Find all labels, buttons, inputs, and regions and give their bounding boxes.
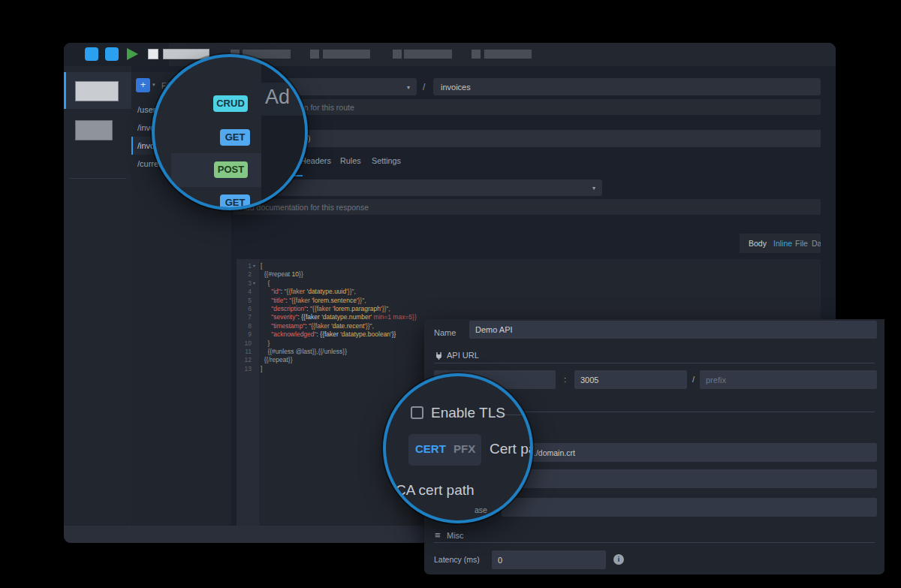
- code-line: 4 "id": "{{faker 'datatype.uuid'}}",: [237, 288, 821, 296]
- ca-cert-path-input[interactable]: [486, 469, 877, 488]
- environment-thumbnail-1[interactable]: [75, 81, 119, 101]
- chevron-down-icon: ▾: [592, 185, 595, 191]
- post-method-badge: POST: [214, 161, 248, 178]
- port-input[interactable]: [574, 370, 687, 389]
- prefix-input[interactable]: [700, 370, 877, 389]
- code-line: 2 {{#repeat 10}}: [237, 270, 821, 279]
- env-tab-placeholder-4[interactable]: [484, 50, 532, 59]
- route-doc-input[interactable]: [233, 99, 821, 115]
- env-tab-icon-4[interactable]: [472, 50, 481, 59]
- pfx-tab: PFX: [454, 442, 475, 455]
- environments-sidebar: [64, 66, 131, 526]
- path-slash-separator: /: [423, 82, 425, 92]
- body-label: Body: [749, 234, 767, 253]
- environment-name-input[interactable]: [469, 321, 877, 339]
- cert-type-toggle: CERT PFX: [408, 434, 481, 466]
- chevron-down-icon: ▾: [407, 83, 410, 90]
- body-source-toggle: Body Inline File Da: [740, 234, 821, 253]
- cert-path-input[interactable]: [528, 443, 877, 462]
- get-method-badge: GET: [220, 129, 250, 146]
- code-line: 6 "description": "{{faker 'lorem.paragra…: [237, 305, 821, 313]
- tab-rules[interactable]: Rules: [340, 156, 361, 165]
- env-tab-icon-3[interactable]: [393, 50, 402, 59]
- response-doc-input[interactable]: [233, 199, 821, 215]
- start-server-icon[interactable]: [127, 48, 138, 60]
- fold-icon[interactable]: ▾: [253, 262, 259, 270]
- misc-divider: [434, 542, 875, 543]
- active-env-tab-placeholder[interactable]: [163, 49, 209, 59]
- passphrase-label-fragment: ase: [475, 505, 487, 514]
- app-logo-icon-2: [105, 47, 119, 61]
- routes-magnifier-callout: Ad CRUD GET POST GET: [152, 54, 308, 210]
- app-logo-icon: [85, 47, 98, 61]
- active-env-tab-icon[interactable]: [148, 49, 158, 59]
- route-path-input[interactable]: [433, 78, 821, 95]
- enable-tls-label: Enable TLS: [431, 405, 505, 421]
- latency-label: Latency (ms): [434, 555, 480, 564]
- misc-section-label: Misc: [447, 531, 464, 540]
- api-url-divider: [434, 363, 875, 363]
- add-route-button[interactable]: +: [136, 78, 150, 92]
- active-environment-accent: [64, 72, 66, 109]
- code-line: 3▾ {: [237, 279, 821, 288]
- name-label: Name: [434, 328, 456, 337]
- code-line: 5 "title": "{{faker 'lorem.sentence'}}",: [237, 297, 821, 305]
- crud-method-badge: CRUD: [213, 95, 248, 112]
- port-colon-separator: :: [564, 375, 566, 384]
- tls-magnifier-callout: Enable TLS CERT PFX Cert pa CA cert path…: [383, 373, 533, 523]
- latency-input[interactable]: [492, 550, 606, 569]
- stage: + ▾ /users /invoice /invoices /currency-…: [0, 0, 901, 588]
- env-tab-placeholder-3[interactable]: [404, 50, 452, 59]
- plug-icon: [435, 351, 443, 360]
- tab-settings[interactable]: Settings: [372, 156, 401, 165]
- titlebar: [64, 43, 836, 66]
- add-route-caret-icon[interactable]: ▾: [152, 82, 155, 88]
- api-url-section-label: API URL: [447, 351, 479, 360]
- cert-tab: CERT: [415, 442, 446, 455]
- info-icon[interactable]: i: [613, 554, 624, 565]
- fold-icon[interactable]: ▾: [253, 279, 259, 288]
- code-line: 1▾ [: [237, 262, 821, 270]
- ca-cert-path-label: CA cert path: [396, 482, 475, 499]
- tab-file[interactable]: File: [795, 234, 808, 253]
- get-method-badge-partial: GET: [220, 194, 250, 210]
- cert-passphrase-input[interactable]: [502, 498, 877, 517]
- tab-inline[interactable]: Inline: [773, 234, 792, 253]
- environment-thumbnail-2[interactable]: [75, 120, 113, 140]
- tab-databucket[interactable]: Da: [812, 234, 821, 253]
- enable-tls-checkbox: [411, 406, 423, 419]
- magnified-doc-fragment: Ad: [265, 86, 290, 109]
- cert-path-label-fragment: Cert pa: [490, 441, 533, 457]
- env-tab-icon-2[interactable]: [310, 50, 319, 59]
- tab-headers[interactable]: Headers: [300, 156, 331, 165]
- misc-icon: ≡: [435, 529, 441, 541]
- response-status-bar[interactable]: Response 1 (200): [233, 130, 821, 147]
- prefix-slash-separator: /: [692, 375, 695, 384]
- env-tab-placeholder-2[interactable]: [323, 50, 370, 59]
- sidebar-divider: [69, 178, 126, 179]
